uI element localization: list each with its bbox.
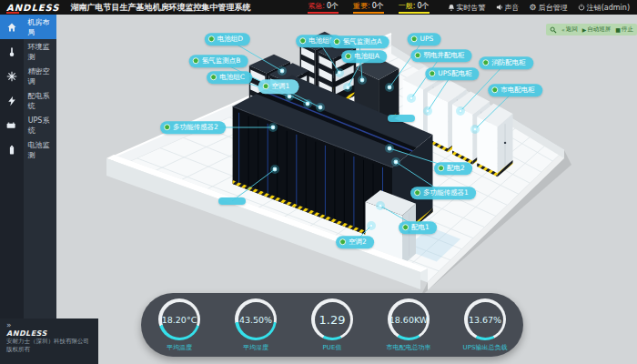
sidebar-item[interactable]: 配电系统 bbox=[0, 88, 56, 113]
scene-label-text: 弱电井配电柜 bbox=[424, 52, 465, 59]
status-dot-icon bbox=[411, 36, 418, 43]
status-dot-icon bbox=[208, 36, 215, 43]
alarm-label: 紧急: bbox=[308, 2, 325, 10]
sidebar-item-label: 机房布局 bbox=[24, 17, 56, 37]
scene-label[interactable]: 空调2 bbox=[336, 236, 374, 248]
gauge-value: 18.60KW bbox=[389, 315, 428, 325]
scene-label[interactable]: 氢气监测点A bbox=[330, 35, 389, 48]
alarm-stat: 重要:0个 bbox=[353, 1, 384, 14]
bell-icon bbox=[448, 4, 455, 12]
gauge-label: 市电配电总功率 bbox=[370, 343, 447, 352]
brand-logo: ANDLESS bbox=[6, 3, 60, 13]
gauge: 1.29PUE值 bbox=[294, 293, 370, 357]
gauge-ring: 13.67% bbox=[464, 298, 506, 340]
scene-label-text: 电池组D bbox=[217, 35, 243, 43]
alarm-stat: 紧急:0个 bbox=[308, 1, 339, 14]
status-dot-icon bbox=[402, 225, 409, 231]
gauge-label: 平均湿度 bbox=[217, 343, 294, 352]
gauge-label: 平均温度 bbox=[141, 343, 217, 352]
zoom-icon[interactable] bbox=[550, 26, 557, 34]
battery-icon bbox=[0, 145, 24, 156]
sidebar-item[interactable]: UPS系统 bbox=[0, 113, 56, 137]
scene-label-text: 氢气监测点B bbox=[202, 57, 241, 65]
scene-label[interactable]: 电池组A bbox=[341, 50, 387, 63]
scene-label-text: 氢气监测点A bbox=[343, 38, 382, 46]
scene-label-text: 电池组C bbox=[219, 74, 245, 81]
gauge-value: 13.67% bbox=[469, 315, 501, 325]
app-window: ANDLESS 湖南广电节目生产基地机房环境监控集中管理系统 紧急:0个重要:0… bbox=[0, 0, 637, 364]
scene-label[interactable]: 消防配电柜 bbox=[479, 56, 533, 69]
scene-label[interactable] bbox=[388, 115, 415, 122]
scene-label-text: UPS bbox=[420, 35, 434, 43]
scene-label[interactable] bbox=[218, 197, 246, 205]
status-dot-icon bbox=[339, 239, 346, 246]
toolbar-glyph-icon: ■ bbox=[615, 27, 621, 33]
sidebar-item-label: 配电系统 bbox=[24, 91, 56, 111]
footer-copyright: 版权所有 bbox=[6, 346, 92, 354]
toolbar-label: 返回 bbox=[566, 25, 578, 34]
gauge: 43.50%平均湿度 bbox=[217, 293, 294, 357]
scene-label-text: 消防配电柜 bbox=[491, 59, 526, 66]
status-dot-icon bbox=[263, 84, 269, 90]
scene-label[interactable]: 配电1 bbox=[399, 221, 437, 234]
action-power[interactable]: 注销(admin) bbox=[578, 3, 630, 13]
power-icon bbox=[578, 4, 585, 11]
status-dot-icon bbox=[491, 87, 498, 94]
toolbar-item[interactable]: ▶自动巡屏 bbox=[582, 25, 612, 34]
kpi-gauge-panel: 18.20°C平均温度43.50%平均湿度1.29PUE值18.60KW市电配电… bbox=[141, 293, 523, 357]
action-label: 注销(admin) bbox=[587, 3, 630, 13]
snowflake-icon bbox=[0, 71, 24, 82]
bolt-icon bbox=[0, 96, 24, 106]
toolbar-item[interactable]: ■停止 bbox=[615, 25, 633, 34]
alarm-label: 重要: bbox=[353, 2, 370, 10]
status-dot-icon bbox=[438, 166, 444, 172]
action-bell[interactable]: 实时告警 bbox=[448, 3, 486, 13]
scene-label[interactable]: 弱电井配电柜 bbox=[411, 49, 472, 62]
status-dot-icon bbox=[429, 71, 435, 77]
status-dot-icon bbox=[414, 190, 420, 197]
scene-label[interactable]: 氢气监测点B bbox=[189, 55, 248, 67]
scene-label[interactable]: 市电配电柜 bbox=[488, 84, 542, 96]
scene-label[interactable]: 空调1 bbox=[258, 79, 299, 94]
status-dot-icon bbox=[482, 60, 489, 66]
toolbar-glyph-icon: « bbox=[561, 27, 565, 33]
sidebar-item[interactable]: 机房布局 bbox=[0, 15, 56, 39]
thermometer-icon bbox=[0, 46, 24, 57]
gauge-label: PUE值 bbox=[294, 343, 370, 352]
status-dot-icon bbox=[334, 39, 340, 46]
scene-label[interactable]: 多功能传感器2 bbox=[160, 121, 226, 134]
sidebar-item[interactable]: 精密空调 bbox=[0, 64, 56, 88]
scene-label[interactable]: UPS配电柜 bbox=[425, 67, 479, 80]
scene-label-text: 多功能传感器2 bbox=[173, 124, 218, 131]
sidebar-item-label: UPS系统 bbox=[24, 116, 56, 136]
gauge-ring: 1.29 bbox=[311, 298, 353, 340]
scene-label[interactable]: 电池组D bbox=[205, 33, 250, 46]
gauge-value: 18.20°C bbox=[162, 315, 197, 325]
scene-label-text: UPS配电柜 bbox=[438, 70, 471, 77]
gauge: 18.60KW市电配电总功率 bbox=[370, 293, 447, 357]
scene-label[interactable]: UPS bbox=[408, 33, 441, 46]
scene-toolbar: «返回▶自动巡屏■停止 bbox=[546, 24, 637, 35]
header-actions: 实时告警声音⚙后台管理注销(admin) bbox=[448, 3, 630, 13]
status-dot-icon bbox=[345, 54, 351, 60]
gauge-ring: 18.20°C bbox=[158, 298, 200, 340]
speaker-icon bbox=[496, 4, 503, 11]
scene-label[interactable]: 电池组C bbox=[207, 71, 252, 84]
action-speaker[interactable]: 声音 bbox=[496, 3, 520, 13]
status-dot-icon bbox=[415, 53, 421, 59]
chevron-right-icon: » bbox=[6, 321, 92, 329]
toolbar-item[interactable]: «返回 bbox=[561, 25, 578, 34]
scene-label[interactable]: 配电2 bbox=[434, 162, 472, 175]
header-bar: ANDLESS 湖南广电节目生产基地机房环境监控集中管理系统 紧急:0个重要:0… bbox=[0, 0, 637, 15]
toolbar-label: 自动巡屏 bbox=[587, 25, 611, 34]
status-dot-icon bbox=[299, 38, 306, 45]
action-gear[interactable]: ⚙后台管理 bbox=[530, 3, 568, 13]
gauge: 13.67%UPS输出总负载 bbox=[447, 293, 523, 357]
action-label: 实时告警 bbox=[457, 3, 486, 13]
home-icon bbox=[0, 22, 24, 33]
sidebar-item-label: 环境监测 bbox=[24, 42, 56, 62]
sidebar-item[interactable]: 环境监测 bbox=[0, 39, 56, 64]
alarm-summary: 紧急:0个重要:0个一般:0个 bbox=[308, 1, 429, 14]
scene-label[interactable]: 多功能传感器1 bbox=[410, 187, 476, 199]
sidebar-item[interactable]: 电池监测 bbox=[0, 137, 56, 162]
